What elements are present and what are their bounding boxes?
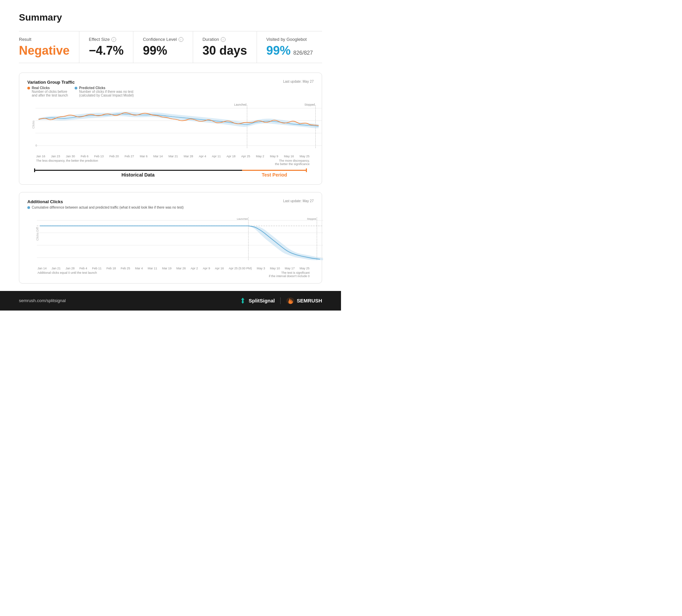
legend2-blue-dot: [27, 206, 30, 209]
svg-text:Launched: Launched: [234, 102, 247, 106]
chart1-last-update: Last update: May 27: [283, 79, 314, 83]
legend-predicted-clicks: Predicted Clicks Number of clicks if the…: [75, 86, 134, 97]
duration-value: 30 days: [203, 44, 247, 58]
historical-bar: [34, 170, 242, 171]
visited-sub: 826/827: [293, 50, 313, 56]
effect-size-info-icon[interactable]: i: [111, 37, 116, 42]
footer-logos: SplitSignal SEMRUSH: [239, 297, 322, 304]
semrush-brand: SEMRUSH: [297, 298, 322, 303]
chart2-header: Additional Clicks Cumulative difference …: [27, 199, 314, 210]
effect-size-value: −4.7%: [89, 44, 123, 58]
additional-clicks-chart-card: Additional Clicks Cumulative difference …: [19, 192, 322, 283]
splitsignal-brand: SplitSignal: [249, 298, 275, 303]
chart2-x-labels: Jan 14 Jan 21 Jan 28 Feb 4 Feb 11 Feb 18…: [38, 267, 310, 270]
svg-text:0: 0: [36, 144, 37, 147]
period-labels: Historical Data Test Period: [27, 172, 314, 178]
metrics-row: Result Negative Effect Size i −4.7% Conf…: [19, 31, 322, 63]
legend-real-clicks: Real Clicks Number of clicks beforeand a…: [27, 86, 68, 97]
effect-size-label: Effect Size i: [89, 37, 123, 42]
footer: semrush.com/splitsignal SplitSignal SEMR…: [0, 291, 341, 311]
chart2-y-label: Clicks Diff: [36, 227, 39, 241]
historical-label: Historical Data: [34, 172, 242, 178]
confidence-level-label: Confidence Level i: [143, 37, 183, 42]
chart1-bottom-left: The less discrepancy, the better the pre…: [36, 159, 98, 166]
chart1-legend: Real Clicks Number of clicks beforeand a…: [27, 86, 134, 97]
svg-text:Stopped: Stopped: [304, 102, 315, 106]
chart2-last-update: Last update: May 27: [283, 199, 314, 203]
effect-size-metric: Effect Size i −4.7%: [89, 31, 133, 63]
legend-additional-clicks: Cumulative difference between actual and…: [27, 206, 184, 209]
chart1-title: Variation Group Traffic: [27, 79, 134, 85]
chart2-svg: Launched Stopped: [37, 212, 323, 266]
legend-blue-dot: [75, 87, 77, 89]
chart2-area: Clicks Diff Launched Stopped: [37, 212, 323, 266]
chart2-title: Additional Clicks: [27, 199, 184, 204]
chart1-y-label: Clicks: [32, 120, 35, 129]
test-period-bar: [242, 170, 307, 171]
result-value: Negative: [19, 44, 70, 58]
chart2-bottom-note: Additional clicks equal 0 until the test…: [38, 271, 97, 278]
visited-value-row: 99% 826/827: [266, 44, 313, 58]
duration-info-icon[interactable]: i: [221, 37, 226, 42]
confidence-level-value: 99%: [143, 44, 183, 58]
duration-metric: Duration i 30 days: [203, 31, 257, 63]
chart1-bottom-right: The more discrepancy,the better the sign…: [275, 159, 310, 166]
chart2-bottom-notes: Additional clicks equal 0 until the test…: [38, 271, 310, 278]
duration-label: Duration i: [203, 37, 247, 42]
logo-divider: [280, 297, 280, 304]
chart1-x-labels: Jan 16 Jan 23 Jan 30 Feb 6 Feb 13 Feb 20…: [36, 155, 310, 158]
chart1-header: Variation Group Traffic Real Clicks Numb…: [27, 79, 314, 98]
chart2-bottom-right: The test is significantif the interval d…: [269, 271, 310, 278]
variation-traffic-chart-card: Variation Group Traffic Real Clicks Numb…: [19, 73, 322, 185]
result-metric: Result Negative: [19, 31, 79, 63]
splitsignal-icon: [239, 297, 247, 304]
test-period-label: Test Period: [242, 172, 307, 178]
legend-orange-dot: [27, 87, 30, 89]
semrush-logo: SEMRUSH: [286, 297, 322, 304]
visited-metric: Visited by Googlebot 99% 826/827: [266, 31, 322, 63]
chart2-legend: Cumulative difference between actual and…: [27, 206, 184, 209]
result-label: Result: [19, 37, 70, 42]
chart1-area: Clicks 0 Launched Stopped: [36, 100, 322, 154]
chart2-title-area: Additional Clicks Cumulative difference …: [27, 199, 184, 210]
svg-text:Launched: Launched: [237, 217, 248, 220]
confidence-info-icon[interactable]: i: [179, 37, 183, 42]
chart1-title-area: Variation Group Traffic Real Clicks Numb…: [27, 79, 134, 98]
period-bar: [27, 170, 314, 171]
page-title: Summary: [19, 12, 322, 23]
visited-label: Visited by Googlebot: [266, 37, 313, 42]
footer-url: semrush.com/splitsignal: [19, 298, 66, 303]
chart1-bottom-notes: The less discrepancy, the better the pre…: [36, 159, 310, 166]
splitsignal-logo: SplitSignal: [239, 297, 275, 304]
chart1-svg: 0 Launched Stopped: [36, 100, 322, 154]
semrush-icon: [286, 297, 295, 304]
svg-text:Stopped: Stopped: [307, 217, 316, 220]
confidence-level-metric: Confidence Level i 99%: [143, 31, 193, 63]
visited-percentage: 99%: [266, 44, 291, 58]
